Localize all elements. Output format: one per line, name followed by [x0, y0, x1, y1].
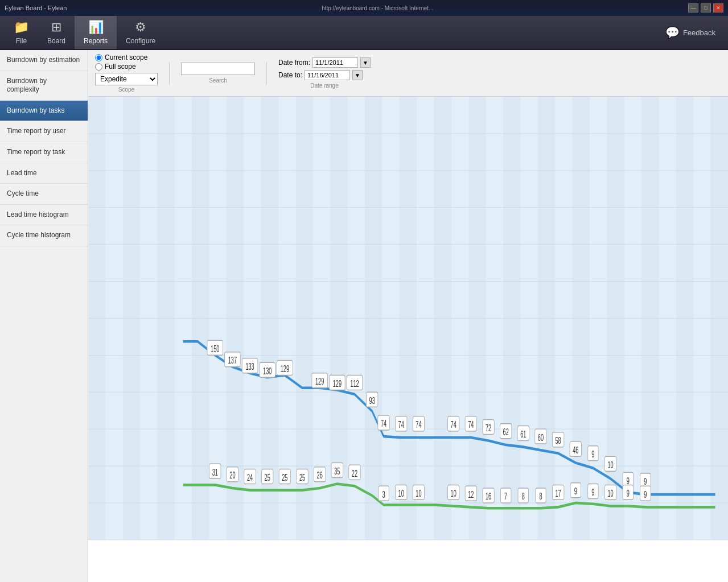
svg-text:17: 17 — [556, 488, 561, 499]
svg-text:129: 129 — [333, 378, 342, 389]
search-group: Search — [181, 63, 255, 84]
svg-text:93: 93 — [369, 395, 375, 406]
svg-text:31: 31 — [212, 467, 218, 478]
date-to-picker[interactable]: ▼ — [352, 70, 363, 80]
svg-text:24: 24 — [247, 472, 253, 483]
svg-text:10: 10 — [451, 488, 456, 499]
svg-text:133: 133 — [245, 361, 254, 372]
svg-text:9: 9 — [574, 486, 577, 497]
toolbar-item-board[interactable]: ⊞ Board — [38, 16, 75, 49]
svg-text:74: 74 — [416, 419, 422, 430]
full-scope-label: Full scope — [105, 63, 136, 71]
feedback-label: Feedback — [683, 28, 715, 37]
svg-text:129: 129 — [281, 364, 289, 374]
title-bar: Eylean Board - Eylean http://eyleanboard… — [0, 0, 728, 16]
toolbar-configure-label: Configure — [126, 37, 155, 45]
divider-2 — [266, 62, 267, 85]
configure-icon: ⚙ — [135, 20, 146, 35]
svg-text:35: 35 — [334, 466, 340, 477]
toolbar-board-label: Board — [47, 37, 65, 45]
close-button[interactable]: ✕ — [713, 3, 723, 13]
svg-text:72: 72 — [486, 423, 491, 434]
toolbar-item-reports[interactable]: 📊 Reports — [75, 16, 117, 49]
sidebar-item-cycle-time-histogram[interactable]: Cycle time histogram — [0, 225, 88, 246]
svg-text:8: 8 — [522, 491, 525, 502]
svg-text:22: 22 — [352, 468, 357, 479]
svg-text:9: 9 — [644, 477, 647, 488]
search-input[interactable] — [181, 63, 255, 75]
board-icon: ⊞ — [51, 20, 61, 35]
svg-text:16: 16 — [486, 491, 491, 502]
svg-text:46: 46 — [573, 445, 578, 456]
svg-text:74: 74 — [451, 419, 457, 430]
date-to-input[interactable] — [305, 70, 350, 80]
scope-select[interactable]: Expedite All Normal — [95, 73, 158, 85]
window-controls: — □ ✕ — [688, 3, 723, 13]
svg-text:60: 60 — [538, 432, 544, 443]
feedback-icon: 💬 — [665, 26, 680, 39]
svg-text:74: 74 — [381, 419, 387, 430]
date-to-row: Date to: ▼ — [278, 70, 371, 80]
sidebar: Burndown by estimation Burndown by compl… — [0, 50, 88, 582]
svg-text:12: 12 — [468, 489, 474, 500]
minimize-button[interactable]: — — [688, 3, 698, 13]
date-from-input[interactable] — [312, 57, 358, 68]
svg-text:61: 61 — [520, 429, 526, 440]
current-scope-label: Current scope — [105, 53, 147, 61]
toolbar: 📁 File ⊞ Board 📊 Reports ⚙ Configure 💬 F… — [0, 16, 728, 50]
sidebar-item-lead-time-histogram[interactable]: Lead time histogram — [0, 205, 88, 226]
date-from-row: Date from: ▼ — [278, 57, 371, 68]
date-from-label: Date from: — [278, 59, 310, 67]
svg-text:25: 25 — [299, 472, 305, 483]
toolbar-item-configure[interactable]: ⚙ Configure — [117, 16, 164, 49]
date-range-group: Date from: ▼ Date to: ▼ Date range — [278, 57, 371, 89]
date-range-label: Date range — [278, 82, 371, 89]
sidebar-item-cycle-time[interactable]: Cycle time — [0, 184, 88, 205]
scope-select-row: Full scope — [95, 63, 158, 71]
svg-text:9: 9 — [627, 488, 630, 499]
svg-text:130: 130 — [263, 366, 272, 377]
svg-text:3: 3 — [382, 489, 385, 500]
sidebar-item-burndown-estimation[interactable]: Burndown by estimation — [0, 50, 88, 71]
chart-svg: 1501371331301291291291129374747474747262… — [88, 97, 728, 582]
content-area: Current scope Full scope Expedite All No… — [88, 50, 728, 582]
date-from-picker[interactable]: ▼ — [360, 57, 371, 68]
main-layout: Burndown by estimation Burndown by compl… — [0, 50, 728, 582]
sidebar-item-burndown-tasks[interactable]: Burndown by tasks — [0, 101, 88, 122]
sidebar-item-burndown-complexity[interactable]: Burndown by complexity — [0, 71, 88, 101]
sidebar-item-time-report-user[interactable]: Time report by user — [0, 121, 88, 142]
sidebar-item-lead-time[interactable]: Lead time — [0, 163, 88, 184]
svg-text:9: 9 — [591, 487, 594, 498]
svg-text:137: 137 — [228, 355, 237, 366]
file-icon: 📁 — [14, 20, 29, 35]
reports-icon: 📊 — [88, 20, 104, 35]
feedback-button[interactable]: 💬 Feedback — [657, 22, 723, 43]
svg-text:150: 150 — [211, 344, 219, 354]
search-label: Search — [209, 77, 227, 84]
svg-text:26: 26 — [317, 470, 323, 481]
svg-text:7: 7 — [504, 491, 507, 502]
svg-text:10: 10 — [607, 488, 613, 499]
window-title: Eylean Board - Eylean — [5, 5, 67, 11]
svg-text:10: 10 — [607, 460, 613, 470]
svg-text:9: 9 — [591, 449, 594, 460]
svg-text:10: 10 — [398, 488, 404, 499]
toolbar-reports-label: Reports — [84, 37, 108, 45]
svg-text:74: 74 — [398, 419, 405, 430]
svg-text:8: 8 — [539, 491, 542, 502]
full-scope-radio[interactable] — [95, 63, 102, 71]
svg-text:9: 9 — [644, 489, 647, 500]
sidebar-item-time-report-task[interactable]: Time report by task — [0, 142, 88, 163]
svg-text:10: 10 — [416, 488, 421, 499]
current-scope-radio[interactable] — [95, 54, 102, 61]
svg-text:62: 62 — [503, 427, 509, 437]
toolbar-item-file[interactable]: 📁 File — [5, 16, 38, 49]
svg-text:25: 25 — [282, 472, 287, 483]
svg-text:129: 129 — [315, 376, 324, 387]
scope-dropdown-row: Current scope — [95, 53, 158, 61]
svg-text:58: 58 — [556, 435, 561, 446]
maximize-button[interactable]: □ — [701, 3, 711, 13]
chart-area: 1501371331301291291291129374747474747262… — [88, 97, 728, 582]
scope-label: Scope — [95, 86, 158, 93]
svg-text:112: 112 — [350, 378, 359, 389]
